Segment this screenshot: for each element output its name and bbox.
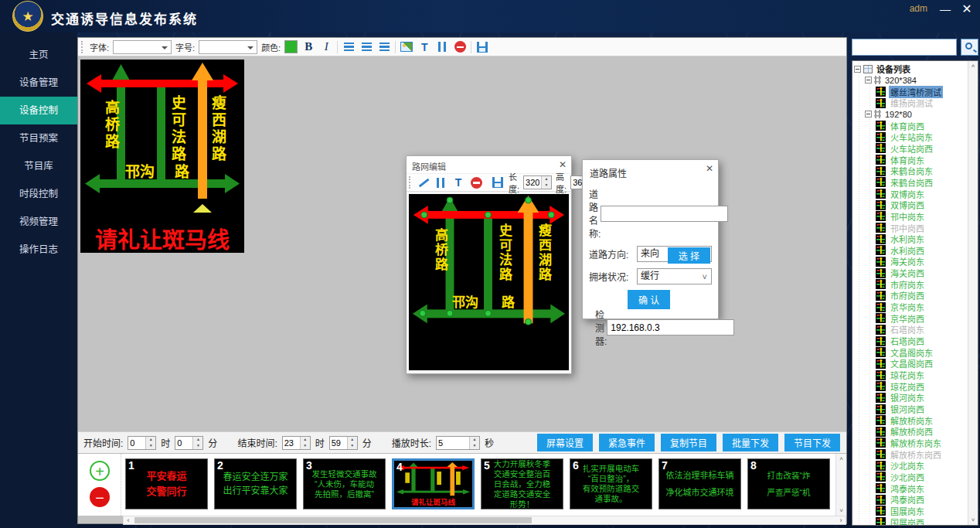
- start-hour-stepper[interactable]: ▲▼: [128, 436, 156, 450]
- tree-row[interactable]: 沙北岗西: [854, 472, 967, 483]
- tree-row[interactable]: 来鹤台岗东: [854, 165, 967, 177]
- tree-row[interactable]: 解放桥岗西: [854, 426, 967, 438]
- scroll-down-icon[interactable]: ˅: [836, 507, 846, 514]
- sign-preview[interactable]: 高桥路 史可法路 瘦西湖路 邗沟 路 请礼让斑马线: [80, 60, 244, 253]
- align-center-icon[interactable]: [362, 43, 372, 51]
- confirm-button[interactable]: 确 认: [628, 290, 670, 309]
- save-road-icon[interactable]: [492, 177, 503, 188]
- duration-stepper[interactable]: ▲▼: [436, 436, 480, 450]
- tree-row[interactable]: 海关岗东: [854, 256, 967, 267]
- save-icon[interactable]: [477, 42, 488, 53]
- program-thumb-6[interactable]: 6 扎实开展电动车 “百日整治”， 有效预防道路交 通事故。: [570, 458, 652, 509]
- spin-up-icon[interactable]: ▲: [146, 437, 155, 443]
- start-min-stepper[interactable]: ▲▼: [175, 436, 203, 450]
- tree-row[interactable]: 水利岗西: [854, 245, 967, 257]
- program-thumb-1[interactable]: 1 平安春运 交警同行: [125, 458, 208, 509]
- tree-row[interactable]: 银河岗东: [854, 392, 967, 404]
- delete-road-icon[interactable]: [471, 177, 482, 189]
- tree-row[interactable]: 海关岗西: [854, 267, 967, 279]
- expand-icon[interactable]: [865, 111, 872, 118]
- expand-icon[interactable]: [865, 77, 872, 83]
- end-hour-input[interactable]: [283, 437, 300, 449]
- tree-row[interactable]: 鸿泰岗西: [854, 494, 967, 506]
- spin-down-icon[interactable]: ▼: [542, 182, 551, 189]
- tree-row[interactable]: 市府岗东: [854, 278, 967, 290]
- spin-up-icon[interactable]: ▲: [348, 437, 357, 443]
- align-right-icon[interactable]: [379, 43, 390, 51]
- tree-row[interactable]: 解放桥东岗西: [854, 448, 967, 460]
- scrollbar-thumb[interactable]: [134, 517, 532, 523]
- scroll-left-icon[interactable]: ‹: [124, 516, 133, 524]
- tree-row[interactable]: 鸿泰岗东: [854, 482, 967, 494]
- playlist-vertical-scrollbar[interactable]: ˄ ˅: [835, 454, 846, 516]
- congestion-select[interactable]: 缓行: [637, 268, 712, 284]
- tree-row[interactable]: 水利岗东: [854, 233, 967, 245]
- tree-row[interactable]: 石塔岗东: [854, 324, 967, 336]
- playlist-horizontal-scrollbar[interactable]: ‹ ›: [123, 516, 846, 525]
- tree-row[interactable]: 来鹤台岗西: [854, 177, 967, 189]
- sidebar-item[interactable]: 时段控制: [0, 180, 77, 208]
- tree-row[interactable]: 银河岗西: [854, 404, 967, 415]
- route-editor-close-icon[interactable]: ✕: [559, 159, 567, 170]
- tree-row[interactable]: 沙北岗东: [854, 460, 967, 472]
- tree-row[interactable]: 国展岗西: [854, 516, 967, 526]
- tree-row[interactable]: 京华岗东: [854, 301, 967, 313]
- draw-road-icon[interactable]: [417, 177, 428, 188]
- add-program-button[interactable]: +: [90, 461, 110, 481]
- tree-row[interactable]: 邗中岗东: [854, 211, 967, 223]
- program-thumb-2[interactable]: 2 春运安全连万家 出行平安靠大家: [214, 458, 297, 509]
- tree-row[interactable]: 维扬岗测试: [854, 97, 967, 109]
- scroll-down-icon[interactable]: ˅: [968, 516, 978, 523]
- end-min-stepper[interactable]: ▲▼: [329, 436, 358, 450]
- delete-icon[interactable]: [454, 41, 466, 53]
- sidebar-item[interactable]: 主页: [0, 41, 77, 69]
- spin-down-icon[interactable]: ▼: [348, 443, 357, 449]
- action-button[interactable]: 紧急事件: [599, 434, 655, 451]
- scroll-right-icon[interactable]: ›: [836, 516, 846, 524]
- expand-icon[interactable]: [854, 66, 861, 73]
- tree-row[interactable]: 火车站岗西: [854, 143, 967, 155]
- tree-row[interactable]: 192*80: [854, 109, 967, 121]
- bold-button[interactable]: B: [301, 40, 315, 54]
- program-thumb-8[interactable]: 8 打击改装“炸 严查严惩“机: [747, 458, 830, 509]
- device-search-input[interactable]: [852, 39, 957, 56]
- tree-row[interactable]: 邗中岗西: [854, 222, 967, 233]
- search-button[interactable]: [961, 39, 978, 56]
- size-select[interactable]: [199, 40, 257, 54]
- insert-image-icon[interactable]: [400, 42, 413, 52]
- sidebar-item[interactable]: 设备控制: [0, 97, 77, 124]
- action-button[interactable]: 批量下发: [723, 434, 778, 451]
- tree-row[interactable]: 体育岗西: [854, 120, 967, 131]
- close-icon[interactable]: ✕: [958, 2, 975, 17]
- road-network-icon[interactable]: [437, 41, 447, 53]
- spin-up-icon[interactable]: ▲: [542, 176, 551, 182]
- end-hour-stepper[interactable]: ▲▼: [282, 436, 311, 450]
- road-props-close-icon[interactable]: ✕: [706, 163, 713, 174]
- tree-row[interactable]: 石塔岗西: [854, 336, 967, 347]
- spin-down-icon[interactable]: ▼: [470, 443, 479, 449]
- tree-row[interactable]: 解放桥岗东: [854, 414, 967, 426]
- tree-row[interactable]: 市府岗西: [854, 290, 967, 301]
- spin-up-icon[interactable]: ▲: [301, 437, 310, 443]
- tree-row[interactable]: 双博岗东: [854, 188, 967, 199]
- route-editor-canvas[interactable]: 高桥路 史可法路 瘦西湖路 邗沟 路: [409, 194, 569, 370]
- detector-field[interactable]: [607, 319, 734, 336]
- tree-row[interactable]: 体育岗东: [854, 154, 967, 165]
- length-input[interactable]: [524, 176, 541, 189]
- tree-row[interactable]: 文昌阁岗西: [854, 358, 967, 370]
- action-button[interactable]: 节目下发: [784, 434, 840, 451]
- sidebar-item[interactable]: 节目库: [0, 152, 77, 180]
- end-min-input[interactable]: [330, 437, 347, 449]
- tree-row[interactable]: 320*384: [854, 75, 967, 87]
- sidebar-item[interactable]: 节目预案: [0, 124, 77, 152]
- minimize-icon[interactable]: —: [937, 2, 954, 17]
- road-name-field[interactable]: [601, 206, 728, 222]
- scroll-up-icon[interactable]: ˄: [968, 63, 978, 70]
- spin-down-icon[interactable]: ▼: [193, 443, 202, 449]
- spin-down-icon[interactable]: ▼: [146, 443, 155, 449]
- sidebar-item[interactable]: 操作日志: [0, 236, 77, 264]
- road-text-icon[interactable]: T: [451, 175, 465, 189]
- spin-up-icon[interactable]: ▲: [470, 437, 479, 443]
- tree-row[interactable]: 国展岗东: [854, 506, 967, 517]
- program-thumb-3[interactable]: 3 发生轻微交通事故 “人未伤，车能动 先拍照，后撤离”: [303, 458, 386, 509]
